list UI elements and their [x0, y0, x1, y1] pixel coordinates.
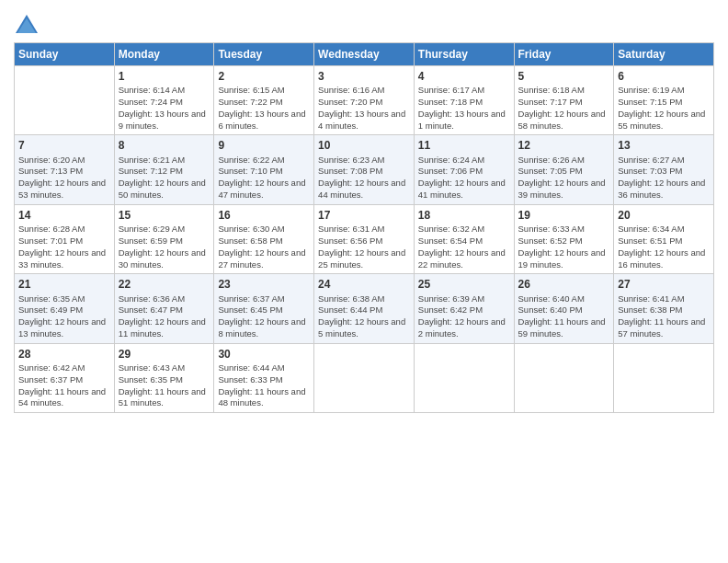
day-info: Sunrise: 6:15 AMSunset: 7:22 PMDaylight:…: [218, 85, 310, 132]
day-number: 13: [618, 138, 710, 153]
day-number: 25: [418, 277, 510, 292]
day-number: 1: [119, 69, 210, 84]
day-info: Sunrise: 6:14 AMSunset: 7:24 PMDaylight:…: [119, 85, 210, 132]
day-header-thursday: Thursday: [414, 43, 514, 66]
day-cell: 28Sunrise: 6:42 AMSunset: 6:37 PMDayligh…: [15, 343, 115, 412]
day-number: 26: [518, 277, 610, 292]
day-header-saturday: Saturday: [614, 43, 714, 66]
day-cell: 5Sunrise: 6:18 AMSunset: 7:17 PMDaylight…: [514, 66, 614, 135]
day-info: Sunrise: 6:32 AMSunset: 6:54 PMDaylight:…: [418, 224, 510, 270]
day-number: 11: [418, 138, 510, 153]
day-number: 18: [418, 208, 510, 223]
day-cell: [15, 66, 115, 135]
day-number: 20: [618, 208, 710, 223]
day-cell: 24Sunrise: 6:38 AMSunset: 6:44 PMDayligh…: [314, 274, 415, 343]
day-cell: [414, 343, 514, 412]
day-info: Sunrise: 6:31 AMSunset: 6:56 PMDaylight:…: [318, 224, 410, 270]
day-cell: 10Sunrise: 6:23 AMSunset: 7:08 PMDayligh…: [314, 135, 415, 204]
day-cell: 18Sunrise: 6:32 AMSunset: 6:54 PMDayligh…: [414, 204, 514, 273]
week-row-1: 1Sunrise: 6:14 AMSunset: 7:24 PMDaylight…: [15, 66, 714, 135]
day-cell: 1Sunrise: 6:14 AMSunset: 7:24 PMDaylight…: [114, 66, 214, 135]
day-header-wednesday: Wednesday: [314, 43, 415, 66]
day-header-sunday: Sunday: [15, 43, 115, 66]
day-cell: 26Sunrise: 6:40 AMSunset: 6:40 PMDayligh…: [514, 274, 614, 343]
day-info: Sunrise: 6:34 AMSunset: 6:51 PMDaylight:…: [618, 224, 710, 270]
day-info: Sunrise: 6:20 AMSunset: 7:13 PMDaylight:…: [18, 155, 110, 201]
day-cell: 21Sunrise: 6:35 AMSunset: 6:49 PMDayligh…: [15, 274, 115, 343]
week-row-3: 14Sunrise: 6:28 AMSunset: 7:01 PMDayligh…: [15, 204, 714, 273]
day-number: 16: [218, 208, 310, 223]
day-info: Sunrise: 6:21 AMSunset: 7:12 PMDaylight:…: [119, 155, 210, 201]
day-number: 21: [18, 277, 110, 292]
day-number: 15: [119, 208, 210, 223]
day-cell: [314, 343, 415, 412]
day-cell: 8Sunrise: 6:21 AMSunset: 7:12 PMDaylight…: [114, 135, 214, 204]
day-cell: 30Sunrise: 6:44 AMSunset: 6:33 PMDayligh…: [214, 343, 314, 412]
day-header-tuesday: Tuesday: [214, 43, 314, 66]
day-number: 27: [618, 277, 710, 292]
calendar-table: SundayMondayTuesdayWednesdayThursdayFrid…: [14, 42, 714, 413]
day-info: Sunrise: 6:17 AMSunset: 7:18 PMDaylight:…: [418, 85, 510, 132]
week-row-2: 7Sunrise: 6:20 AMSunset: 7:13 PMDaylight…: [15, 135, 714, 204]
day-cell: 6Sunrise: 6:19 AMSunset: 7:15 PMDaylight…: [614, 66, 714, 135]
day-info: Sunrise: 6:23 AMSunset: 7:08 PMDaylight:…: [318, 155, 410, 201]
day-info: Sunrise: 6:27 AMSunset: 7:03 PMDaylight:…: [618, 155, 710, 201]
day-cell: 3Sunrise: 6:16 AMSunset: 7:20 PMDaylight…: [314, 66, 415, 135]
day-info: Sunrise: 6:19 AMSunset: 7:15 PMDaylight:…: [618, 85, 710, 132]
day-number: 4: [418, 69, 510, 84]
day-cell: 9Sunrise: 6:22 AMSunset: 7:10 PMDaylight…: [214, 135, 314, 204]
day-cell: 2Sunrise: 6:15 AMSunset: 7:22 PMDaylight…: [214, 66, 314, 135]
day-cell: 22Sunrise: 6:36 AMSunset: 6:47 PMDayligh…: [114, 274, 214, 343]
day-info: Sunrise: 6:24 AMSunset: 7:06 PMDaylight:…: [418, 155, 510, 201]
day-cell: [514, 343, 614, 412]
day-cell: 12Sunrise: 6:26 AMSunset: 7:05 PMDayligh…: [514, 135, 614, 204]
day-number: 28: [18, 347, 110, 362]
day-number: 29: [119, 347, 210, 362]
day-info: Sunrise: 6:16 AMSunset: 7:20 PMDaylight:…: [318, 85, 410, 132]
page-header: [14, 9, 714, 39]
day-header-friday: Friday: [514, 43, 614, 66]
day-info: Sunrise: 6:33 AMSunset: 6:52 PMDaylight:…: [518, 224, 610, 270]
day-cell: 4Sunrise: 6:17 AMSunset: 7:18 PMDaylight…: [414, 66, 514, 135]
week-row-4: 21Sunrise: 6:35 AMSunset: 6:49 PMDayligh…: [15, 274, 714, 343]
day-cell: 11Sunrise: 6:24 AMSunset: 7:06 PMDayligh…: [414, 135, 514, 204]
day-cell: 16Sunrise: 6:30 AMSunset: 6:58 PMDayligh…: [214, 204, 314, 273]
day-number: 24: [318, 277, 410, 292]
day-info: Sunrise: 6:42 AMSunset: 6:37 PMDaylight:…: [18, 362, 110, 409]
day-info: Sunrise: 6:38 AMSunset: 6:44 PMDaylight:…: [318, 293, 410, 340]
day-cell: 23Sunrise: 6:37 AMSunset: 6:45 PMDayligh…: [214, 274, 314, 343]
day-number: 10: [318, 138, 410, 153]
day-cell: 17Sunrise: 6:31 AMSunset: 6:56 PMDayligh…: [314, 204, 415, 273]
header-row: SundayMondayTuesdayWednesdayThursdayFrid…: [15, 43, 714, 66]
day-info: Sunrise: 6:41 AMSunset: 6:38 PMDaylight:…: [618, 293, 710, 340]
day-cell: 25Sunrise: 6:39 AMSunset: 6:42 PMDayligh…: [414, 274, 514, 343]
day-number: 2: [218, 69, 310, 84]
day-number: 8: [119, 138, 210, 153]
day-info: Sunrise: 6:40 AMSunset: 6:40 PMDaylight:…: [518, 293, 610, 340]
day-info: Sunrise: 6:18 AMSunset: 7:17 PMDaylight:…: [518, 85, 610, 132]
day-cell: [614, 343, 714, 412]
day-number: 19: [518, 208, 610, 223]
day-cell: 14Sunrise: 6:28 AMSunset: 7:01 PMDayligh…: [15, 204, 115, 273]
day-number: 6: [618, 69, 710, 84]
day-info: Sunrise: 6:36 AMSunset: 6:47 PMDaylight:…: [119, 293, 210, 340]
day-number: 5: [518, 69, 610, 84]
day-info: Sunrise: 6:29 AMSunset: 6:59 PMDaylight:…: [119, 224, 210, 270]
day-cell: 19Sunrise: 6:33 AMSunset: 6:52 PMDayligh…: [514, 204, 614, 273]
day-info: Sunrise: 6:44 AMSunset: 6:33 PMDaylight:…: [218, 362, 310, 409]
logo: [14, 13, 43, 39]
week-row-5: 28Sunrise: 6:42 AMSunset: 6:37 PMDayligh…: [15, 343, 714, 412]
day-number: 14: [18, 208, 110, 223]
day-info: Sunrise: 6:43 AMSunset: 6:35 PMDaylight:…: [119, 362, 210, 409]
day-cell: 7Sunrise: 6:20 AMSunset: 7:13 PMDaylight…: [15, 135, 115, 204]
day-number: 17: [318, 208, 410, 223]
day-info: Sunrise: 6:37 AMSunset: 6:45 PMDaylight:…: [218, 293, 310, 340]
day-number: 30: [218, 347, 310, 362]
day-number: 3: [318, 69, 410, 84]
day-number: 22: [119, 277, 210, 292]
day-info: Sunrise: 6:39 AMSunset: 6:42 PMDaylight:…: [418, 293, 510, 340]
day-number: 23: [218, 277, 310, 292]
day-cell: 13Sunrise: 6:27 AMSunset: 7:03 PMDayligh…: [614, 135, 714, 204]
day-info: Sunrise: 6:35 AMSunset: 6:49 PMDaylight:…: [18, 293, 110, 340]
logo-icon: [14, 13, 40, 39]
